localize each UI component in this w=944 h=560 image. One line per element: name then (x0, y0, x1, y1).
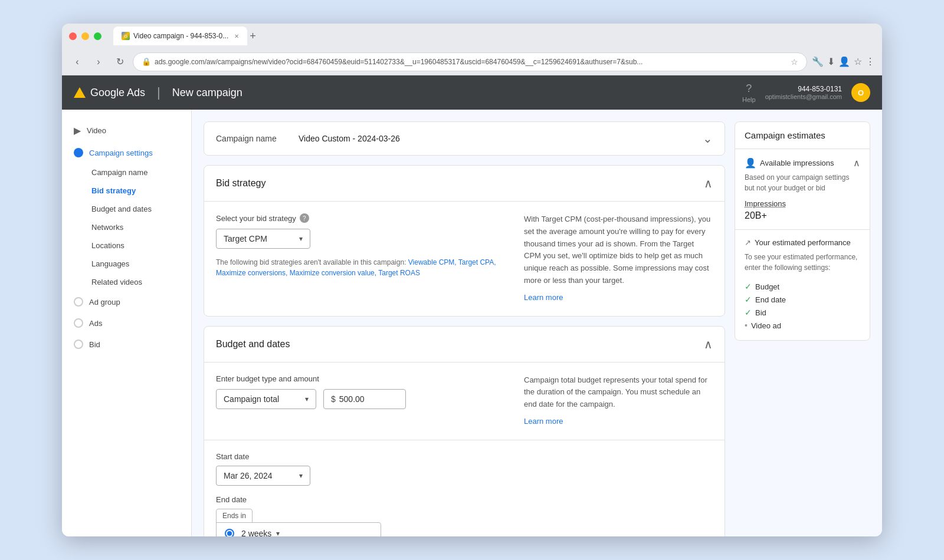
tab-bar: G Video campaign - 944-853-0... ✕ + (113, 27, 875, 45)
sidebar-item-video[interactable]: ▶ Video (62, 119, 191, 142)
reload-button[interactable]: ↻ (112, 54, 128, 70)
sidebar: ▶ Video Campaign settings Campaign name … (62, 110, 192, 536)
campaign-name-value: Video Custom - 2024-03-26 (299, 134, 703, 143)
estimates-header: Campaign estimates (735, 122, 870, 149)
budget-field-label: Enter budget type and amount (216, 374, 510, 383)
estimates-header-text: Campaign estimates (745, 130, 825, 140)
help-icon: ? (746, 83, 752, 95)
bid-strategy-info-text: With Target CPM (cost-per-thousand impre… (524, 213, 713, 287)
google-ads-logo: Google Ads (74, 87, 145, 99)
budget-learn-more[interactable]: Learn more (524, 416, 563, 428)
bid-strategy-dropdown-arrow: ▾ (299, 235, 303, 243)
budget-info: Campaign total budget represents your to… (524, 374, 713, 428)
tab-close-icon[interactable]: ✕ (234, 33, 239, 39)
app-container: Google Ads | New campaign ? Help 944-853… (62, 75, 882, 536)
checklist-label-bid: Bid (755, 308, 766, 317)
bid-strategy-dropdown[interactable]: Target CPM ▾ (216, 229, 310, 249)
sidebar-item-label-campaign-settings: Campaign settings (89, 149, 153, 157)
profile-icon[interactable]: 👤 (838, 56, 850, 67)
performance-title-text: Your estimated performance (755, 238, 851, 247)
secure-icon: 🔒 (142, 57, 151, 66)
bid-circle (74, 340, 83, 349)
new-tab-button[interactable]: + (250, 30, 256, 42)
sidebar-sub-networks[interactable]: Networks (91, 218, 191, 236)
budget-amount-input[interactable]: $ 500.00 (323, 389, 406, 409)
radio-btn-inner (227, 531, 232, 536)
back-button[interactable]: ‹ (69, 54, 86, 70)
end-date-option: 2 weeks (241, 529, 271, 536)
content-area: Campaign name Video Custom - 2024-03-26 … (192, 110, 882, 536)
start-date-label: Start date (216, 452, 713, 461)
maximize-button[interactable] (94, 32, 101, 40)
impressions-value: 20B+ (745, 210, 860, 221)
end-date-dropdown[interactable]: 2 weeks ▾ (241, 529, 280, 536)
ends-in-label: Ends in (216, 509, 253, 523)
impressions-icon: 👤 (745, 157, 756, 169)
bid-strategy-help-icon[interactable]: ? (300, 213, 309, 223)
checklist-label-end-date: End date (755, 295, 786, 304)
start-date-value: Mar 26, 2024 (224, 471, 273, 480)
budget-dates-toggle-icon[interactable]: ∧ (704, 337, 713, 351)
browser-titlebar: G Video campaign - 944-853-0... ✕ + (62, 24, 882, 48)
sidebar-item-campaign-settings[interactable]: Campaign settings (62, 142, 191, 163)
right-panel: Campaign estimates 👤 Available impressio… (735, 121, 870, 525)
main-content: Campaign name Video Custom - 2024-03-26 … (204, 121, 725, 525)
sidebar-item-label-video: Video (87, 126, 106, 135)
account-info: 944-853-0131 optimistclients@gmail.com (765, 85, 842, 100)
browser-window: G Video campaign - 944-853-0... ✕ + ‹ › … (62, 24, 882, 536)
bid-strategy-info: With Target CPM (cost-per-thousand impre… (524, 213, 713, 304)
ads-logo-triangle (74, 87, 86, 98)
sidebar-sub-related-videos[interactable]: Related videos (91, 273, 191, 291)
account-email: optimistclients@gmail.com (765, 93, 842, 100)
performance-title: ↗ Your estimated performance (745, 238, 860, 247)
budget-amount-value: 500.00 (339, 394, 398, 404)
forward-button[interactable]: › (90, 54, 107, 70)
campaign-name-bar[interactable]: Campaign name Video Custom - 2024-03-26 … (204, 121, 725, 156)
trend-icon: ↗ (745, 238, 751, 247)
end-date-row: 2 weeks ▾ (216, 522, 381, 536)
bid-strategy-learn-more[interactable]: Learn more (524, 292, 563, 304)
menu-icon[interactable]: ⋮ (866, 56, 875, 67)
budget-type-arrow: ▾ (305, 395, 309, 403)
ad-group-circle (74, 297, 83, 307)
sidebar-item-label-bid: Bid (89, 340, 100, 349)
checklist-check-budget: ✓ (745, 282, 752, 291)
sidebar-sub-budget-dates[interactable]: Budget and dates (91, 200, 191, 218)
start-date-dropdown[interactable]: Mar 26, 2024 ▾ (216, 466, 310, 486)
browser-tab[interactable]: G Video campaign - 944-853-0... ✕ (113, 27, 247, 45)
campaign-name-chevron-icon: ⌄ (703, 131, 713, 146)
dates-section: Start date Mar 26, 2024 ▾ End date Ends … (204, 440, 725, 536)
impressions-section-title: 👤 Available impressions ∧ (745, 157, 860, 169)
sidebar-sub-languages[interactable]: Languages (91, 255, 191, 273)
bookmark-icon[interactable]: ☆ (791, 57, 798, 67)
bid-strategy-toggle-icon[interactable]: ∧ (704, 176, 713, 190)
bid-strategy-section: Bid strategy ∧ Select your bid strategy … (204, 165, 725, 317)
help-button[interactable]: ? Help (742, 83, 756, 103)
impressions-label: Impressions (745, 199, 860, 208)
minimize-button[interactable] (81, 32, 89, 40)
bid-strategy-body: Select your bid strategy ? Target CPM ▾ … (204, 202, 725, 316)
bookmark-star-icon[interactable]: ☆ (854, 56, 862, 67)
download-icon[interactable]: ⬇ (827, 56, 835, 67)
campaign-settings-circle (74, 148, 83, 157)
checklist-check-bid: ✓ (745, 308, 752, 317)
avatar[interactable]: O (851, 83, 870, 102)
sidebar-item-label-ads: Ads (89, 319, 102, 328)
sidebar-sub-locations[interactable]: Locations (91, 236, 191, 255)
sidebar-item-ad-group[interactable]: Ad group (62, 291, 191, 312)
extensions-icon[interactable]: 🔧 (812, 56, 824, 67)
budget-dates-header[interactable]: Budget and dates ∧ (204, 327, 725, 363)
sidebar-item-bid[interactable]: Bid (62, 334, 191, 355)
start-date-arrow: ▾ (299, 472, 303, 480)
sidebar-item-ads[interactable]: Ads (62, 312, 191, 334)
end-date-radio[interactable] (225, 529, 234, 536)
budget-body: Enter budget type and amount Campaign to… (204, 363, 725, 440)
close-button[interactable] (69, 32, 77, 40)
sidebar-sub-campaign-name[interactable]: Campaign name (91, 163, 191, 182)
address-bar[interactable]: 🔒 ads.google.com/aw/campaigns/new/video?… (133, 52, 807, 71)
checklist-check-video-ad: • (745, 321, 748, 330)
bid-strategy-header[interactable]: Bid strategy ∧ (204, 166, 725, 202)
sidebar-sub-bid-strategy[interactable]: Bid strategy (91, 182, 191, 200)
budget-type-dropdown[interactable]: Campaign total ▾ (216, 389, 316, 409)
impressions-collapse-icon[interactable]: ∧ (853, 157, 860, 169)
